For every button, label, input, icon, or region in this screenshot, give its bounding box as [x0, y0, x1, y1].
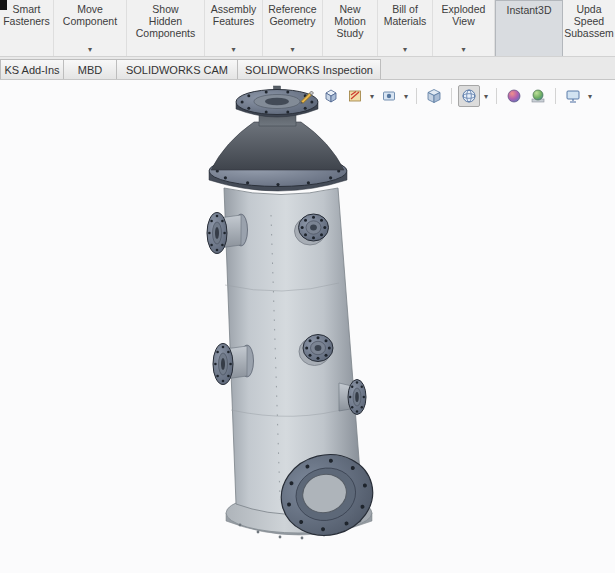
dropdown-arrow-icon[interactable] — [402, 92, 410, 101]
tab-solidworks-inspection[interactable]: SOLIDWORKS Inspection — [237, 59, 381, 79]
ribbon-button-label: Upda — [576, 3, 601, 15]
ribbon-button-label: Components — [136, 27, 196, 39]
dropdown-arrow-icon[interactable] — [586, 92, 594, 101]
command-ribbon: Smart Fasteners Move Component Show Hidd… — [0, 0, 615, 57]
ribbon-button-smart-fasteners[interactable]: Smart Fasteners — [0, 0, 54, 56]
dropdown-arrow-icon[interactable] — [368, 92, 376, 101]
ribbon-button-new-motion-study[interactable]: New Motion Study — [323, 0, 378, 56]
ribbon-button-update-speed-subassemblies[interactable]: Upda Speed Subassem — [563, 0, 615, 56]
display-style-icon[interactable] — [458, 85, 480, 107]
model-pressure-vessel[interactable] — [0, 80, 615, 573]
dropdown-arrow-icon[interactable] — [88, 44, 92, 53]
ribbon-button-label: Smart — [12, 3, 40, 15]
ribbon-button-label: Motion — [334, 15, 366, 27]
prism-icon[interactable] — [320, 85, 342, 107]
dropdown-arrow-icon[interactable] — [403, 44, 407, 53]
tab-solidworks-add-ins[interactable]: KS Add-Ins — [0, 59, 64, 79]
ribbon-button-label: Features — [213, 15, 254, 27]
tab-solidworks-cam[interactable]: SOLIDWORKS CAM — [116, 59, 238, 79]
ribbon-button-bill-of-materials[interactable]: Bill of Materials — [378, 0, 433, 56]
ribbon-button-label: Exploded — [442, 3, 486, 15]
ribbon-button-move-component[interactable]: Move Component — [54, 0, 127, 56]
ribbon-button-label: Speed — [574, 15, 604, 27]
ribbon-button-label: Materials — [384, 15, 427, 27]
toolbar-separator — [555, 88, 556, 104]
ribbon-button-show-hidden-components[interactable]: Show Hidden Components — [127, 0, 205, 56]
ribbon-button-label: New — [339, 3, 360, 15]
edit-appearance-icon[interactable] — [503, 85, 525, 107]
toolbar-separator — [496, 88, 497, 104]
ribbon-button-assembly-features[interactable]: Assembly Features — [205, 0, 263, 56]
ribbon-button-label: Component — [63, 15, 117, 27]
toolbar-separator — [416, 88, 417, 104]
ribbon-button-label: View — [452, 15, 475, 27]
commandmanager-tab-strip: KS Add-Ins MBD SOLIDWORKS CAM SOLIDWORKS… — [0, 57, 615, 80]
hide-show-items-icon[interactable] — [378, 85, 400, 107]
view-settings-icon[interactable] — [562, 85, 584, 107]
cone-head[interactable] — [211, 122, 344, 170]
toolbar-separator — [451, 88, 452, 104]
graphics-viewport[interactable] — [0, 80, 615, 573]
dropdown-arrow-icon[interactable] — [461, 44, 465, 53]
ribbon-button-label: Move — [77, 3, 103, 15]
ribbon-button-label: Instant3D — [507, 4, 552, 16]
view-cube-icon[interactable] — [423, 85, 445, 107]
ribbon-button-label: Geometry — [269, 15, 315, 27]
ribbon-button-label: Subassem — [564, 27, 614, 39]
ribbon-button-instant3d[interactable]: Instant3D — [495, 0, 563, 56]
ribbon-button-label: Assembly — [211, 3, 257, 15]
ribbon-button-label: Study — [337, 27, 364, 39]
ribbon-button-label: Show — [152, 3, 178, 15]
pencil-icon[interactable] — [296, 85, 318, 107]
ribbon-button-label: Bill of — [392, 3, 418, 15]
nozzle-right[interactable] — [339, 380, 366, 415]
dropdown-arrow-icon[interactable] — [482, 92, 490, 101]
apply-scene-icon[interactable] — [527, 85, 549, 107]
ribbon-button-label: Hidden — [149, 15, 182, 27]
tab-mbd[interactable]: MBD — [63, 59, 117, 79]
dropdown-arrow-icon[interactable] — [231, 44, 235, 53]
ribbon-button-label: Reference — [268, 3, 316, 15]
heads-up-view-toolbar — [296, 85, 594, 107]
ribbon-button-exploded-view[interactable]: Exploded View — [433, 0, 495, 56]
ribbon-button-label: Fasteners — [3, 15, 50, 27]
section-view-icon[interactable] — [344, 85, 366, 107]
dropdown-arrow-icon[interactable] — [290, 44, 294, 53]
ribbon-button-reference-geometry[interactable]: Reference Geometry — [263, 0, 323, 56]
